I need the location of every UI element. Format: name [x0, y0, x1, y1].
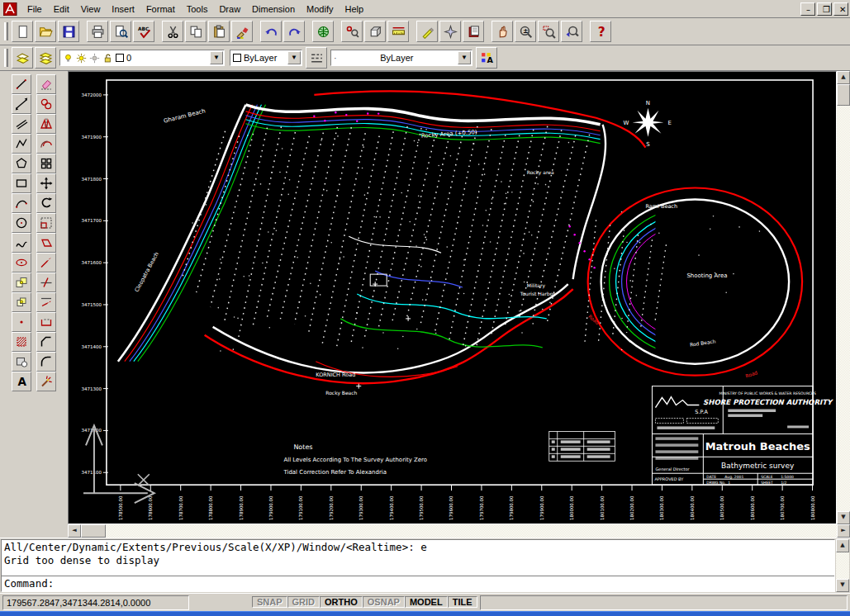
extend-button[interactable] [36, 292, 56, 312]
menu-edit[interactable]: Edit [48, 2, 75, 16]
scroll-up-icon[interactable]: ▲ [837, 71, 850, 84]
toggle-osnap[interactable]: OSNAP [363, 596, 405, 608]
close-button[interactable]: ✕ [833, 2, 848, 16]
spelling-button[interactable]: ABC [133, 21, 154, 42]
horizontal-scroll-thumb[interactable] [81, 524, 106, 538]
named-views-button[interactable] [463, 21, 484, 42]
print-button[interactable] [87, 21, 108, 42]
polyline-button[interactable] [12, 134, 31, 154]
drawing-canvas[interactable]: NSEWNotesAll Levels According To The Sur… [68, 71, 837, 524]
open-file-button[interactable] [35, 21, 56, 42]
print-preview-button[interactable] [110, 21, 131, 42]
app-logo-icon[interactable] [3, 2, 18, 16]
multiline-text-button[interactable]: A [12, 372, 31, 391]
ellipse-button[interactable] [12, 253, 31, 272]
circle-button[interactable] [12, 213, 31, 233]
mirror-button[interactable] [36, 114, 56, 134]
copy-button[interactable] [185, 21, 207, 42]
object-snap-button[interactable] [341, 21, 363, 42]
rectangle-button[interactable] [12, 173, 31, 193]
linetype-combo[interactable]: ·ByLayer ▼ [330, 50, 472, 66]
cmd-scroll-up-icon[interactable]: ▲ [836, 539, 849, 552]
layer-combo[interactable]: 0 ▼ [59, 50, 225, 66]
toggle-grid[interactable]: GRID [287, 596, 321, 608]
toolbar-grip[interactable] [4, 49, 8, 67]
minimize-button[interactable]: – [800, 2, 815, 16]
layers-button[interactable] [35, 47, 56, 69]
menu-dimension[interactable]: Dimension [246, 2, 301, 16]
properties-button[interactable]: A [476, 47, 497, 69]
menu-tools[interactable]: Tools [181, 2, 214, 16]
undo-button[interactable] [260, 21, 282, 42]
menu-insert[interactable]: Insert [106, 2, 140, 16]
menu-draw[interactable]: Draw [213, 2, 246, 16]
named-ucs-button[interactable] [364, 21, 386, 42]
hatch-button[interactable] [12, 332, 31, 352]
coordinate-display[interactable]: 179567.2847,3471344.2814,0.0000 [2, 595, 189, 610]
menu-help[interactable]: Help [339, 2, 369, 16]
menu-modify[interactable]: Modify [301, 2, 339, 16]
cmd-scroll-down-icon[interactable]: ▼ [836, 579, 849, 592]
copy-object-button[interactable] [36, 94, 56, 114]
scale-button[interactable] [36, 213, 56, 233]
canvas-horizontal-scrollbar[interactable]: ◄ ► [68, 524, 850, 538]
multiline-button[interactable] [12, 114, 31, 134]
menu-format[interactable]: Format [140, 2, 181, 16]
new-file-button[interactable] [12, 21, 33, 42]
trim-button[interactable] [36, 272, 56, 292]
command-input[interactable]: Command: [4, 577, 54, 590]
layer-combo-dropdown[interactable]: ▼ [210, 51, 223, 64]
arc-button[interactable] [12, 193, 31, 213]
point-button[interactable] [12, 312, 31, 332]
color-combo[interactable]: ByLayer ▼ [230, 50, 302, 66]
linetype-combo-dropdown[interactable]: ▼ [458, 51, 471, 64]
redo-button[interactable] [283, 21, 305, 42]
toggle-snap[interactable]: SNAP [252, 596, 287, 608]
distance-button[interactable] [387, 21, 409, 42]
scroll-down-icon[interactable]: ▼ [837, 511, 850, 524]
launch-browser-button[interactable] [312, 21, 334, 42]
polygon-button[interactable] [12, 154, 31, 173]
save-file-button[interactable] [58, 21, 79, 42]
chamfer-button[interactable] [36, 332, 56, 352]
move-button[interactable] [36, 173, 56, 193]
fillet-button[interactable] [36, 352, 56, 372]
linetype-button[interactable] [306, 47, 327, 69]
scroll-right-icon[interactable]: ► [837, 524, 850, 538]
command-scrollbar[interactable]: ▲ ▼ [836, 539, 849, 592]
line-button[interactable] [12, 74, 31, 94]
pan-realtime-button[interactable] [491, 21, 513, 42]
scroll-left-icon[interactable]: ◄ [68, 524, 81, 538]
restore-button[interactable]: ❐ [817, 2, 832, 16]
erase-button[interactable] [36, 74, 56, 94]
toolbar-grip[interactable] [4, 22, 8, 40]
stretch-button[interactable] [36, 233, 56, 253]
canvas-vertical-scrollbar[interactable]: ▲ ▼ [837, 71, 850, 524]
match-properties-button[interactable] [231, 21, 253, 42]
offset-button[interactable] [36, 134, 56, 154]
aerial-view-button[interactable] [439, 21, 461, 42]
redraw-button[interactable] [416, 21, 438, 42]
toggle-tile[interactable]: TILE [448, 596, 477, 608]
make-layer-current-button[interactable] [12, 47, 33, 69]
vertical-scroll-thumb[interactable] [837, 84, 850, 106]
menu-view[interactable]: View [75, 2, 107, 16]
break-button[interactable] [36, 312, 56, 332]
zoom-window-button[interactable] [538, 21, 559, 42]
explode-button[interactable] [36, 372, 56, 391]
paste-button[interactable] [208, 21, 230, 42]
toggle-ortho[interactable]: ORTHO [320, 596, 363, 608]
cut-button[interactable] [162, 21, 183, 42]
menu-file[interactable]: File [21, 2, 48, 16]
color-combo-dropdown[interactable]: ▼ [287, 51, 301, 64]
make-block-button[interactable] [12, 292, 31, 312]
array-button[interactable] [36, 154, 56, 173]
lengthen-button[interactable] [36, 253, 56, 272]
insert-block-button[interactable] [12, 272, 31, 292]
help-button[interactable]: ? [590, 21, 611, 42]
toggle-model[interactable]: MODEL [405, 596, 448, 608]
region-button[interactable] [12, 352, 31, 372]
zoom-realtime-button[interactable]: ± [515, 21, 536, 42]
spline-button[interactable] [12, 233, 31, 253]
rotate-button[interactable] [36, 193, 56, 213]
